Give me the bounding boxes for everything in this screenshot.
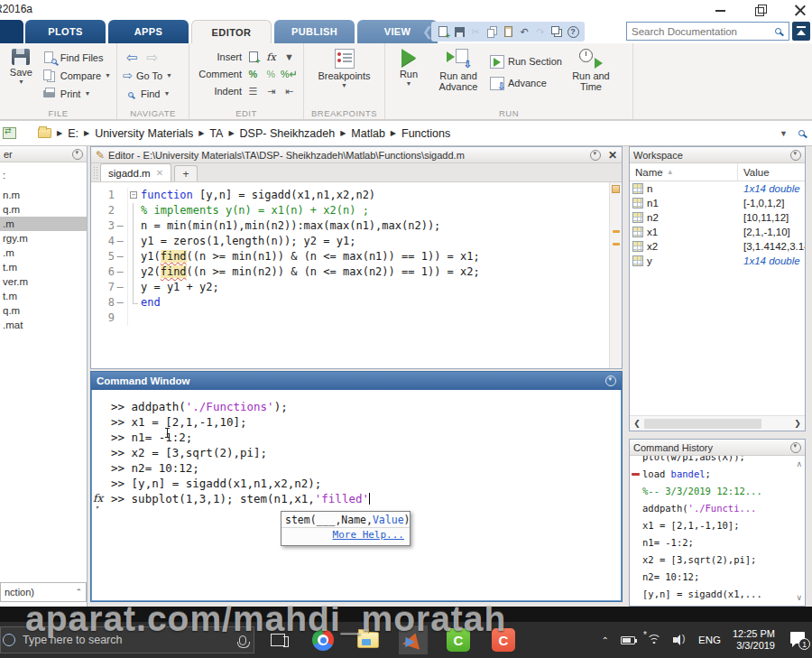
editor-tab-sigadd[interactable]: sigadd.m ✕ xyxy=(100,163,171,181)
hscroll-thumb[interactable] xyxy=(644,419,761,429)
code-line[interactable]: 7–y = y1 + y2; xyxy=(91,280,609,295)
advance-button[interactable]: Advance xyxy=(490,76,562,90)
new-tab-button[interactable]: + xyxy=(174,165,198,181)
print-button[interactable]: Print ▼ xyxy=(42,87,111,101)
insert-section-icon[interactable] xyxy=(246,51,260,63)
breadcrumb-item[interactable]: Functions xyxy=(398,127,454,140)
task-view-icon[interactable] xyxy=(263,626,292,654)
breadcrumb-item[interactable]: University Materials xyxy=(91,127,197,140)
indent-right-icon[interactable]: ⇥ xyxy=(264,85,278,97)
workspace-row[interactable]: n1[-1,0,1,2] xyxy=(630,196,805,210)
close-button[interactable] xyxy=(794,4,807,16)
file-item[interactable]: q.m xyxy=(0,202,87,217)
scroll-right-icon[interactable]: ❯ xyxy=(790,419,805,428)
copy-icon[interactable] xyxy=(485,25,498,39)
breadcrumb-item[interactable]: TA xyxy=(206,127,226,140)
file-item[interactable]: .mat xyxy=(0,318,87,332)
fold-column[interactable]: − xyxy=(127,188,138,203)
ribbon-tab-editor[interactable]: EDITOR xyxy=(191,20,272,43)
more-help-link[interactable]: More Help... xyxy=(281,528,410,541)
wrap-comments-icon[interactable]: %↵ xyxy=(282,68,296,80)
ribbon-tab-partial[interactable] xyxy=(0,20,23,43)
command-window-menu-icon[interactable] xyxy=(605,375,616,386)
volume-icon[interactable]: ) xyxy=(673,635,687,645)
current-folder-menu-icon[interactable] xyxy=(72,149,83,160)
file-item[interactable]: rgy.m xyxy=(0,231,87,246)
code-line[interactable]: 9 xyxy=(91,310,609,326)
fold-collapse-icon[interactable]: − xyxy=(130,191,137,199)
file-item[interactable]: n.m xyxy=(0,188,87,202)
file-item[interactable]: .m xyxy=(0,246,87,260)
language-indicator[interactable]: ENG xyxy=(698,635,721,645)
forward-icon[interactable]: ⇨ xyxy=(147,51,159,64)
file-item[interactable]: : xyxy=(0,168,87,182)
file-explorer-icon[interactable] xyxy=(354,626,383,654)
editor-message-bar[interactable] xyxy=(609,182,622,368)
workspace-row[interactable]: x1[2,1,-1,10] xyxy=(630,225,805,239)
find-files-button[interactable]: Find Files xyxy=(42,51,111,65)
save-button[interactable]: Save ▼ xyxy=(5,47,37,85)
code-line[interactable]: 2% implements y(n) = x1(n) + x2(n) ; xyxy=(91,203,609,218)
history-item[interactable]: x1 = [2,1,-1,10]; xyxy=(642,517,803,534)
editor-close-icon[interactable]: ✕ xyxy=(608,151,617,160)
clock[interactable]: 12:25 PM 3/3/2019 xyxy=(733,628,775,652)
code-area[interactable]: 1−function [y,n] = sigadd(x1,n1,x2,n2)2%… xyxy=(91,182,622,368)
workspace-row[interactable]: y1x14 double xyxy=(630,254,805,268)
history-item[interactable]: addpath('./Functi... xyxy=(642,500,803,517)
compare-button[interactable]: Compare ▼ xyxy=(42,69,111,83)
workspace-row[interactable]: n2[10,11,12] xyxy=(630,210,805,225)
undo-icon[interactable]: ↶ xyxy=(518,25,531,39)
breakpoints-button[interactable]: Breakpoints ▼ xyxy=(313,47,376,88)
comment-icon[interactable]: % xyxy=(246,68,260,80)
chrome-icon[interactable] xyxy=(309,626,337,654)
quick-access-collapse-chevron[interactable]: ❮ xyxy=(422,24,433,39)
command-history-menu-icon[interactable] xyxy=(790,442,801,453)
notification-center-icon[interactable]: 1 xyxy=(790,632,808,648)
workspace-menu-icon[interactable] xyxy=(790,150,801,161)
file-item[interactable]: t.m xyxy=(0,260,87,274)
search-icon[interactable] xyxy=(775,28,781,34)
workspace-column-headers[interactable]: Name▲ Value xyxy=(630,163,805,181)
history-item[interactable]: load bandel; xyxy=(642,466,803,483)
warning-marker-line6[interactable] xyxy=(613,243,620,246)
command-line[interactable]: >> x2 = [3,sqrt(2),pi]; xyxy=(91,445,622,460)
file-item[interactable]: t.m xyxy=(0,289,87,303)
camtasia-red-icon[interactable]: C xyxy=(489,626,518,654)
command-line[interactable]: >> n2= 10:12; xyxy=(91,460,622,476)
run-button[interactable]: Run ▼ xyxy=(391,47,427,87)
taskbar-search-input[interactable] xyxy=(23,634,232,646)
code-line[interactable]: 5–y1(find((n >= min(n1)) & (n <= max(n1)… xyxy=(91,249,609,264)
details-collapse-icon[interactable]: ⌃ xyxy=(75,588,82,597)
workspace-hscrollbar[interactable]: ❮ ❯ xyxy=(630,415,805,431)
address-search-icon[interactable] xyxy=(798,130,805,136)
function-hint-fx-icon[interactable]: fx xyxy=(93,491,103,506)
file-item[interactable]: .m xyxy=(0,217,87,231)
run-section-button[interactable]: Run Section xyxy=(490,54,562,69)
taskbar-search[interactable] xyxy=(0,626,254,653)
insert-function-icon[interactable]: fx xyxy=(264,51,278,63)
new-script-icon[interactable] xyxy=(437,25,449,39)
history-item[interactable]: n2= 10:12; xyxy=(642,569,803,586)
insert-dropdown-arrow[interactable]: ▼ xyxy=(282,51,296,63)
goto-button[interactable]: ⇨ Go To ▼ xyxy=(123,69,183,83)
back-icon[interactable]: ⇦ xyxy=(126,51,138,64)
find-button[interactable]: Find ▼ xyxy=(123,87,183,101)
command-window-body[interactable]: >> addpath('./Functions');>> x1 = [2,1,-… xyxy=(91,390,622,506)
ribbon-tab-plots[interactable]: PLOTS xyxy=(25,20,106,43)
file-item[interactable]: q.m xyxy=(0,303,87,318)
history-item[interactable]: x2 = [3,sqrt(2),pi]; xyxy=(642,551,803,569)
code-line[interactable]: 8–end xyxy=(91,295,609,310)
address-dropdown-icon[interactable]: ▼ xyxy=(780,129,788,138)
current-folder-details[interactable]: nction) ⌃ xyxy=(0,582,87,602)
run-and-time-button[interactable]: Run and Time xyxy=(567,47,614,92)
command-line[interactable]: >> [y,n] = sigadd(x1,n1,x2,n2); xyxy=(91,476,622,491)
command-history-list[interactable]: plot(w/pi,abs(X));load bandel;%-- 3/3/20… xyxy=(630,456,805,606)
editor-menu-icon[interactable] xyxy=(590,150,601,161)
name-column-header[interactable]: Name xyxy=(635,167,663,178)
code-line[interactable]: 6–y2(find((n >= min(n2)) & (n <= max(n2)… xyxy=(91,264,609,280)
code-line[interactable]: 3–n = min(min(n1),min(n2)):max(max(n1),m… xyxy=(91,218,609,234)
breadcrumb-item[interactable]: Matlab xyxy=(347,127,389,140)
history-item[interactable]: %-- 3/3/2019 12:12... xyxy=(642,483,803,500)
breadcrumb-item[interactable]: DSP- Sheikhzadeh xyxy=(236,127,339,140)
hidden-icons-chevron[interactable]: ⌃ xyxy=(602,635,609,645)
